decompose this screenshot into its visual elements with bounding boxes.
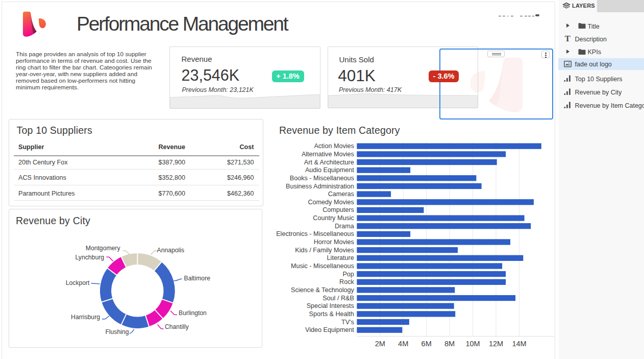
svg-text:Country Music: Country Music [313, 214, 354, 222]
svg-text:Sports & Health: Sports & Health [309, 310, 354, 318]
svg-text:Chantilly: Chantilly [165, 323, 189, 330]
svg-text:Horror Movies: Horror Movies [314, 238, 354, 246]
svg-text:Harrisburg: Harrisburg [71, 314, 100, 321]
svg-text:Flushing: Flushing [105, 328, 129, 336]
svg-text:8M: 8M [444, 340, 455, 348]
svg-text:Science & Technology: Science & Technology [291, 286, 354, 294]
svg-text:Business Administration: Business Administration [286, 183, 354, 190]
svg-text:Literature: Literature [327, 254, 354, 261]
svg-text:Video Equipment: Video Equipment [305, 326, 354, 333]
svg-text:Alternative Movies: Alternative Movies [302, 151, 354, 158]
svg-text:Electronics - Miscellaneous: Electronics - Miscellaneous [276, 230, 354, 237]
svg-text:4M: 4M [398, 340, 408, 348]
svg-text:14M: 14M [512, 340, 526, 348]
svg-text:Music - Miscellaneous: Music - Miscellaneous [291, 262, 354, 270]
svg-text:Books - Miscellaneous: Books - Miscellaneous [290, 175, 354, 182]
svg-text:Soul / R&B: Soul / R&B [323, 295, 354, 302]
svg-text:10M: 10M [465, 340, 480, 348]
svg-text:Comedy Movies: Comedy Movies [308, 199, 354, 206]
svg-text:12M: 12M [489, 340, 503, 348]
svg-text:Drama: Drama [335, 223, 354, 230]
svg-text:Rock: Rock [339, 278, 354, 285]
svg-text:Special Interests: Special Interests [307, 302, 354, 309]
svg-text:Montgomery: Montgomery [86, 245, 121, 252]
svg-text:Lynchburg: Lynchburg [76, 254, 104, 261]
svg-text:Lockport: Lockport [66, 279, 90, 286]
svg-text:Action Movies: Action Movies [314, 142, 354, 150]
svg-text:TV's: TV's [341, 319, 354, 326]
svg-text:Audio Equipment: Audio Equipment [305, 166, 354, 174]
svg-text:6M: 6M [422, 340, 432, 348]
svg-text:Annapolis: Annapolis [157, 247, 185, 254]
svg-text:Art & Architecture: Art & Architecture [304, 159, 354, 166]
svg-text:2M: 2M [375, 340, 385, 348]
svg-text:Cameras: Cameras [328, 190, 354, 198]
svg-text:Computers: Computers [323, 206, 354, 213]
svg-text:Pop: Pop [342, 271, 354, 278]
svg-text:Baltimore: Baltimore [184, 275, 211, 282]
svg-text:Burlington: Burlington [179, 309, 207, 317]
svg-text:Kids / Family Movies: Kids / Family Movies [295, 247, 354, 254]
